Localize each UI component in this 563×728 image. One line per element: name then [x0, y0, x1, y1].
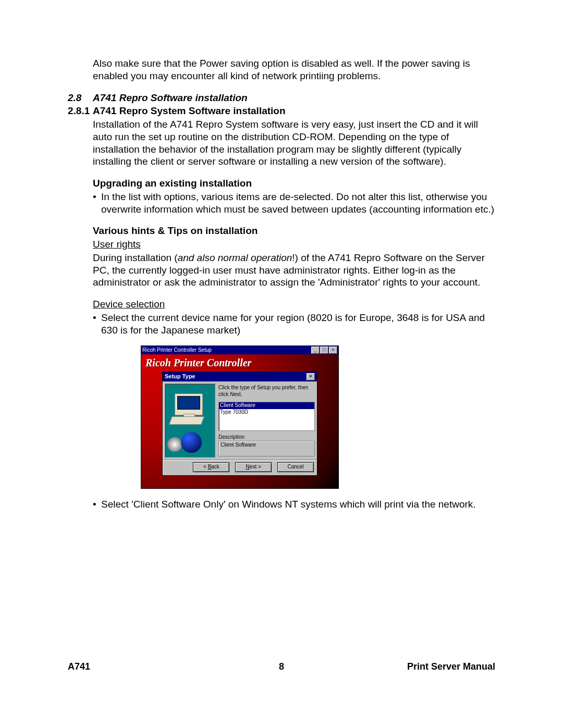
instruction-text: Click the type of Setup you prefer, then…: [218, 385, 315, 398]
list-item-selected[interactable]: Client Software: [219, 402, 314, 409]
upgrade-bullet-text: In the list with options, various items …: [101, 191, 495, 216]
keyboard-icon: [169, 416, 204, 425]
maximize-button[interactable]: □: [320, 347, 328, 354]
user-rights-pre: During installation (: [93, 252, 178, 263]
user-rights-label: User rights: [93, 238, 495, 251]
dialog-right: Click the type of Setup you prefer, then…: [218, 384, 315, 458]
subsection-number: 2.8.1: [68, 105, 93, 117]
cancel-button[interactable]: Cancel: [277, 462, 314, 472]
setup-type-dialog: Setup Type × Click the type of Setup you…: [162, 372, 317, 476]
minimize-button[interactable]: _: [311, 347, 320, 354]
dialog-graphic: [165, 384, 215, 458]
outer-window: Ricoh Printer Controller Setup _ □ × Ric…: [141, 346, 339, 489]
bullet-icon: •: [93, 498, 101, 511]
intro-paragraph: Also make sure that the Power saving opt…: [93, 57, 495, 82]
dialog-body: Click the type of Setup you prefer, then…: [163, 381, 317, 460]
next-button[interactable]: Next >Next >: [235, 462, 272, 472]
hints-heading: Various hints & Tips on installation: [93, 225, 495, 237]
dialog-close-button[interactable]: ×: [307, 373, 315, 380]
subsection-title: A741 Repro System Software installation: [93, 105, 286, 117]
dialog-buttons: < BBackack Next >Next > Cancel: [163, 460, 317, 475]
description-label: Description: [218, 434, 315, 441]
bullet-icon: •: [93, 191, 101, 216]
install-paragraph: Installation of the A741 Repro System so…: [93, 118, 495, 168]
footer-right: Print Server Manual: [354, 661, 495, 673]
monitor-icon: [175, 393, 203, 415]
outer-titlebar: Ricoh Printer Controller Setup _ □ ×: [141, 346, 338, 354]
post-screenshot-bullet-text: Select 'Client Software Only' on Windows…: [101, 498, 495, 511]
outer-title: Ricoh Printer Controller Setup: [142, 347, 212, 354]
app-title: Ricoh Printer Controller: [141, 354, 338, 371]
description-box: Client Software: [218, 441, 315, 456]
footer-page-number: 8: [209, 661, 354, 673]
section-heading: 2.8 A741 Repro Software installation: [68, 92, 495, 104]
setup-type-listbox[interactable]: Client Software Type 7030D: [218, 402, 315, 431]
subsection-heading: 2.8.1 A741 Repro System Software install…: [68, 105, 495, 117]
upgrade-heading: Upgrading an existing installation: [93, 177, 495, 190]
dialog-titlebar: Setup Type ×: [163, 372, 317, 381]
disc-icon: [167, 437, 182, 452]
section-title: A741 Repro Software installation: [93, 92, 248, 104]
device-bullet: • Select the current device name for you…: [93, 312, 495, 337]
back-button[interactable]: < BBackack: [193, 462, 229, 472]
upgrade-bullet: • In the list with options, various item…: [93, 191, 495, 216]
globe-icon: [181, 432, 202, 453]
user-rights-italic: and also normal operation: [178, 252, 292, 263]
close-button[interactable]: ×: [329, 347, 337, 354]
post-screenshot-bullet: • Select 'Client Software Only' on Windo…: [93, 498, 495, 511]
footer-left: A741: [68, 661, 209, 673]
list-item[interactable]: Type 7030D: [219, 409, 314, 416]
device-bullet-text: Select the current device name for your …: [101, 312, 495, 337]
page: Also make sure that the Power saving opt…: [0, 0, 563, 693]
user-rights-paragraph: During installation (and also normal ope…: [93, 252, 495, 289]
page-footer: A741 8 Print Server Manual: [68, 661, 495, 673]
dialog-title: Setup Type: [165, 373, 195, 380]
bullet-icon: •: [93, 312, 101, 337]
installer-screenshot: Ricoh Printer Controller Setup _ □ × Ric…: [141, 346, 339, 489]
device-selection-label: Device selection: [93, 298, 495, 311]
section-number: 2.8: [68, 92, 93, 104]
